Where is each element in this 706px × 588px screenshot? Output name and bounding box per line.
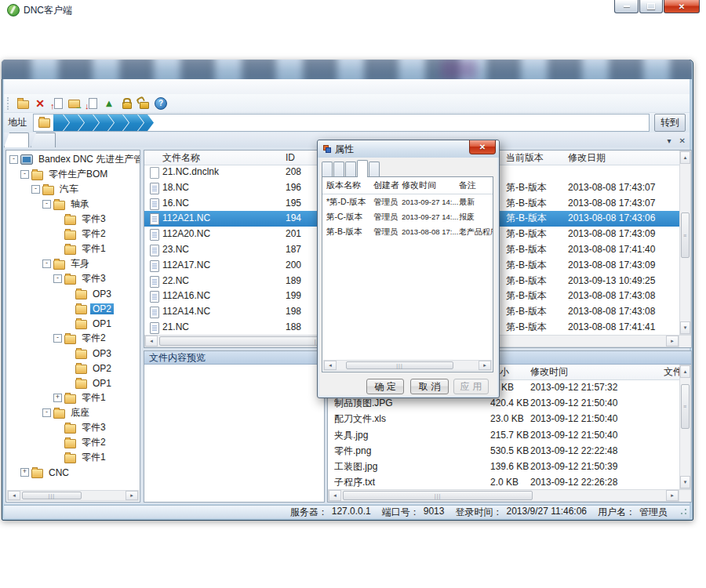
expand-toggle-icon[interactable]: - <box>42 260 51 268</box>
column-header-id[interactable]: ID <box>286 151 295 165</box>
toolbar-grip[interactable] <box>7 97 11 110</box>
tree-item[interactable]: - 车身 <box>6 256 140 271</box>
tree-item[interactable]: - 零件2 <box>6 331 140 346</box>
expand-toggle-icon[interactable]: - <box>53 334 62 343</box>
list-item[interactable]: 工装图.jpg 139.6 KB 2013-09-12 21:50:39 <box>328 459 679 474</box>
tree-item[interactable]: + 零件1 <box>6 390 140 405</box>
version-table-row[interactable]: *第-D-版本 管理员 2013-09-27 14:... 最新 <box>322 194 493 209</box>
close-button[interactable]: ✕ <box>664 0 700 13</box>
cancel-button[interactable]: 取 消 <box>410 379 449 394</box>
tree-item[interactable]: OP3 <box>6 346 140 361</box>
tree-hscrollbar[interactable]: ◂ ||| ▸ <box>7 490 139 501</box>
scroll-up-icon[interactable]: ▴ <box>680 365 690 378</box>
list-item[interactable]: 子程序.txt 2.0 KB 2013-09-12 22:26:28 <box>328 474 679 489</box>
tree-item[interactable]: - 零件3 <box>6 271 140 286</box>
scroll-up-icon[interactable]: ▴ <box>680 151 690 164</box>
checkin-file-icon[interactable] <box>49 96 65 111</box>
dialog-tab[interactable] <box>333 162 344 177</box>
expand-toggle-icon[interactable]: + <box>53 394 62 402</box>
expand-toggle-icon[interactable]: + <box>20 468 29 477</box>
help-icon[interactable] <box>153 96 169 111</box>
tree-item[interactable]: + CNC <box>6 465 140 480</box>
tree-item[interactable]: OP3 <box>6 286 140 301</box>
dialog-tab[interactable] <box>369 162 380 177</box>
unlock-icon[interactable] <box>136 96 151 111</box>
address-field[interactable] <box>33 114 650 132</box>
dialog-tab[interactable] <box>322 162 333 177</box>
dialog-tab[interactable] <box>345 162 356 177</box>
tree-item[interactable]: 零件2 <box>6 435 140 450</box>
version-table-row[interactable]: 第-C-版本 管理员 2013-09-27 14:... 报废 <box>322 209 493 224</box>
column-header-modified[interactable]: 修改时间 <box>402 180 459 191</box>
new-folder-icon[interactable] <box>15 96 31 111</box>
maximize-button[interactable] <box>639 0 663 13</box>
column-header-note[interactable]: 备注 <box>459 180 493 191</box>
chevron-down-icon[interactable]: ▾ <box>668 136 671 145</box>
dialog-tab[interactable] <box>357 160 368 177</box>
expand-toggle-icon[interactable]: - <box>42 408 51 417</box>
tree-item[interactable]: - 汽车 <box>6 182 140 197</box>
expand-toggle-icon[interactable]: - <box>20 170 29 179</box>
scroll-right-icon[interactable]: ▸ <box>666 336 679 347</box>
column-header-name[interactable]: 文件名称 <box>162 151 282 165</box>
tree-item[interactable]: OP1 <box>6 316 140 331</box>
column-header-version-name[interactable]: 版本名称 <box>322 180 373 191</box>
column-header-time[interactable]: 修改时间 <box>530 365 568 379</box>
column-header-version[interactable]: 当前版本 <box>506 151 544 165</box>
tree-item-label: 零件3 <box>79 421 108 434</box>
go-button[interactable]: 转到 <box>654 114 686 132</box>
receive-folder-icon[interactable] <box>67 96 82 111</box>
list-item[interactable]: 夹具.jpg 215.7 KB 2013-09-12 21:50:40 <box>328 427 679 443</box>
close-pane-icon[interactable]: ✕ <box>679 136 686 145</box>
title-bar[interactable] <box>2 60 692 79</box>
tree-item[interactable]: OP2 <box>6 301 140 316</box>
scroll-down-icon[interactable]: ▾ <box>680 476 690 488</box>
column-header-date[interactable]: 修改日期 <box>568 151 606 165</box>
tree-item[interactable]: OP2 <box>6 361 140 376</box>
column-header-file[interactable]: 文件(& <box>664 365 680 379</box>
scroll-left-icon[interactable]: ◂ <box>8 491 20 500</box>
expand-toggle-icon[interactable]: - <box>42 200 51 209</box>
upload-icon[interactable] <box>101 96 117 111</box>
tree-item[interactable]: 零件1 <box>6 450 140 465</box>
tree-item[interactable]: 零件3 <box>6 420 140 435</box>
delete-icon[interactable] <box>32 96 48 111</box>
tree-item[interactable]: OP1 <box>6 376 140 390</box>
ok-button[interactable]: 确 定 <box>366 379 404 394</box>
expand-toggle-icon[interactable]: - <box>9 155 18 164</box>
scroll-left-icon[interactable]: ◂ <box>329 490 341 501</box>
lock-icon[interactable] <box>118 96 134 111</box>
file-list-vscrollbar[interactable]: ▴ ≡ ▾ <box>679 151 691 335</box>
tree-item[interactable]: - Bandex DNC 先进生产管理系统 <box>6 152 140 167</box>
tree-item[interactable]: - 零件生产BOM <box>6 167 140 182</box>
status-label: 用户名： <box>598 506 635 519</box>
scroll-right-icon[interactable]: ▸ <box>479 361 491 370</box>
list-item[interactable]: 零件.png 530.5 KB 2013-09-12 22:22:48 <box>328 443 679 459</box>
preview-content[interactable] <box>150 368 322 500</box>
scroll-right-icon[interactable]: ▸ <box>666 490 679 501</box>
scroll-down-icon[interactable]: ▾ <box>680 321 690 334</box>
column-header-creator[interactable]: 创建者 <box>373 180 402 191</box>
tree-item[interactable]: 零件1 <box>6 241 140 256</box>
view-tab[interactable] <box>31 132 56 147</box>
minimize-button[interactable] <box>614 0 639 13</box>
view-tab[interactable] <box>4 132 29 147</box>
related-files-vscrollbar[interactable]: ▴ ≡ ▾ <box>679 365 691 489</box>
tree-item[interactable]: 零件2 <box>6 227 140 241</box>
version-table-row[interactable]: 第-B-版本 管理员 2013-08-08 17:... 老产品程序 <box>322 224 493 239</box>
related-files-hscrollbar[interactable]: ◂ ||| ▸ <box>328 489 679 502</box>
folder-icon <box>31 469 43 478</box>
scroll-left-icon[interactable]: ◂ <box>145 336 158 347</box>
expand-toggle-icon[interactable]: - <box>53 274 62 283</box>
tree-item[interactable]: - 底座 <box>6 405 140 420</box>
list-item[interactable]: 配刀文件.xls 23.0 KB 2013-09-12 21:50:40 <box>328 411 679 426</box>
resize-grip[interactable] <box>679 508 687 517</box>
checkout-file-icon[interactable] <box>84 96 100 111</box>
dialog-close-button[interactable]: ✕ <box>469 140 496 154</box>
scroll-right-icon[interactable]: ▸ <box>126 491 138 500</box>
tree-item[interactable]: - 轴承 <box>6 197 140 212</box>
scroll-left-icon[interactable]: ◂ <box>324 361 337 370</box>
expand-toggle-icon[interactable]: - <box>31 185 40 194</box>
dialog-hscrollbar[interactable]: ◂ ||| ▸ <box>323 360 492 371</box>
tree-item[interactable]: 零件3 <box>6 212 140 227</box>
